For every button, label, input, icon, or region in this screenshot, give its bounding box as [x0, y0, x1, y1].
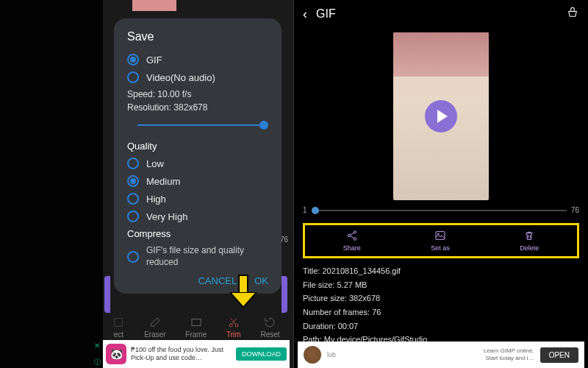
info-frames: Number of frames: 76 — [303, 305, 579, 319]
quality-low-option[interactable]: Low — [127, 158, 268, 169]
ad-banner[interactable]: lob Learn GIMP online. Start today and i… — [298, 342, 584, 368]
file-info: Title: 20210816_134456.gif File size: 5.… — [294, 264, 588, 353]
tool-eraser[interactable]: Eraser — [144, 316, 165, 339]
format-gif-label: GIF — [146, 54, 162, 66]
delete-button[interactable]: Delete — [520, 230, 539, 252]
page-title: GIF — [316, 7, 557, 21]
radio-icon — [127, 210, 139, 222]
quality-medium-label: Medium — [146, 176, 180, 187]
quality-low-label: Low — [146, 158, 164, 169]
ok-button[interactable]: OK — [254, 275, 268, 286]
ad-app-icon: 🐼 — [106, 344, 126, 364]
ad-download-button[interactable]: DOWNLOAD — [236, 347, 287, 361]
tool-reset[interactable]: Reset — [260, 316, 279, 339]
play-button[interactable] — [425, 100, 457, 132]
svg-point-4 — [354, 231, 356, 233]
info-filesize: File size: 5.27 MB — [303, 278, 579, 292]
setas-label: Set as — [431, 244, 450, 252]
info-title: Title: 20210816_134456.gif — [303, 264, 579, 278]
setas-button[interactable]: Set as — [431, 230, 450, 252]
compress-desc: GIF's file size and quality reduced — [146, 245, 268, 268]
ad-text: ₱100 off the food you love. Just Pick-Up… — [131, 346, 232, 362]
format-gif-option[interactable]: GIF — [127, 54, 268, 66]
trim-handle-right[interactable] — [282, 276, 287, 313]
svg-rect-1 — [192, 319, 201, 325]
radio-icon — [127, 175, 139, 187]
header: ‹ GIF — [294, 0, 588, 28]
resolution-line: Resolution: 382x678 — [127, 102, 268, 113]
ad-open-button[interactable]: OPEN — [540, 347, 578, 363]
share-label: Share — [343, 244, 361, 252]
gif-preview[interactable] — [393, 32, 489, 200]
trim-handle-left[interactable] — [104, 276, 110, 313]
radio-icon — [127, 71, 139, 83]
dialog-title: Save — [127, 30, 268, 43]
compress-option[interactable]: GIF's file size and quality reduced — [127, 245, 268, 268]
preview-bg-top — [393, 32, 489, 77]
svg-point-6 — [354, 238, 356, 240]
format-video-label: Video(No audio) — [146, 72, 215, 83]
info-duration: Duration: 00:07 — [303, 319, 579, 333]
quality-high-option[interactable]: High — [127, 193, 268, 205]
actions-highlight: Share Set as Delete — [303, 223, 579, 258]
slider-thumb[interactable] — [259, 121, 268, 130]
left-scrim — [0, 0, 103, 368]
svg-point-5 — [348, 234, 350, 236]
dialog-actions: CANCEL OK — [127, 275, 268, 286]
editor-toolbar: ect Eraser Frame Trim Reset — [103, 316, 290, 339]
ad-banner[interactable]: ✕ ⓘ 🐼 ₱100 off the food you love. Just P… — [103, 340, 290, 368]
cancel-button[interactable]: CANCEL — [198, 275, 237, 286]
quality-medium-option[interactable]: Medium — [127, 175, 268, 187]
quality-label: Quality — [127, 141, 268, 152]
tool-select[interactable]: ect — [112, 316, 124, 339]
preview-strip — [132, 0, 176, 11]
ad-label: lob — [327, 351, 336, 358]
back-icon[interactable]: ‹ — [303, 7, 307, 22]
speed-line: Speed: 10.00 f/s — [127, 89, 268, 99]
delete-label: Delete — [520, 244, 539, 252]
svg-rect-0 — [115, 319, 123, 327]
ad-info-icon[interactable]: ⓘ — [94, 358, 103, 367]
ad-text: Learn GIMP online. Start today and i… — [342, 347, 534, 363]
save-dialog: Save GIF Video(No audio) Speed: 10.00 f/… — [114, 18, 282, 294]
radio-icon — [127, 193, 139, 205]
svg-point-8 — [437, 233, 439, 235]
timeline-track[interactable] — [312, 210, 567, 211]
resolution-slider[interactable] — [127, 120, 268, 130]
timeline-thumb[interactable] — [312, 207, 319, 214]
playback-timeline[interactable]: 1 76 — [294, 200, 588, 220]
quality-high-label: High — [146, 194, 166, 205]
radio-icon — [127, 251, 139, 263]
timeline-end: 76 — [571, 206, 579, 214]
quality-veryhigh-option[interactable]: Very High — [127, 210, 268, 222]
format-video-option[interactable]: Video(No audio) — [127, 71, 268, 83]
left-phone-screen: 76 Save GIF Video(No audio) Speed: 10.00… — [0, 0, 294, 368]
tool-frame[interactable]: Frame — [185, 316, 207, 339]
right-phone-screen: ‹ GIF 1 76 Share Set as Delete Title — [294, 0, 588, 368]
tool-trim[interactable]: Trim — [226, 316, 241, 339]
quality-veryhigh-label: Very High — [146, 211, 187, 222]
radio-icon — [127, 54, 139, 66]
timeline-start: 1 — [303, 206, 307, 214]
ad-close-icon[interactable]: ✕ — [94, 342, 103, 350]
slider-track — [137, 124, 268, 126]
share-button[interactable]: Share — [343, 230, 361, 252]
ad-app-icon — [304, 346, 321, 364]
info-picsize: Picture size: 382x678 — [303, 291, 579, 305]
basket-icon[interactable] — [566, 6, 579, 22]
compress-label: Compress — [127, 228, 268, 239]
svg-rect-7 — [436, 232, 445, 240]
radio-icon — [127, 158, 139, 169]
